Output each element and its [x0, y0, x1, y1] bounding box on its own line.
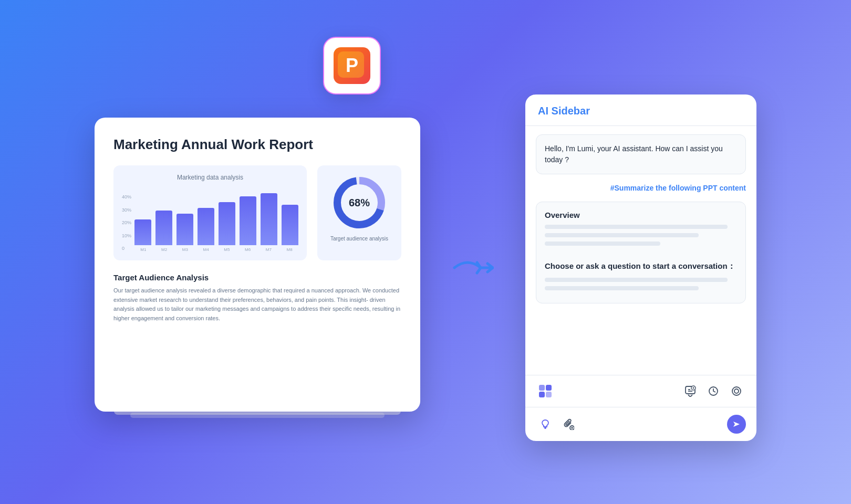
ppt-icon: P	[323, 37, 381, 94]
bar-m6	[240, 196, 256, 246]
bar-m1	[134, 219, 151, 246]
conversation-prompt: Choose or ask a question to start a conv…	[545, 260, 737, 272]
toolbar-icons-right	[681, 382, 746, 401]
bar-m2	[155, 211, 172, 245]
sidebar-title: AI Sidebar	[538, 105, 744, 117]
slide-title: Marketing Annual Work Report	[113, 136, 401, 153]
sidebar-toolbar	[525, 375, 756, 407]
slide-panel: Marketing Annual Work Report Marketing d…	[95, 118, 420, 412]
donut-container: 68% Target audience analysis	[317, 165, 401, 260]
app-icon-button[interactable]	[536, 382, 555, 401]
donut-value: 68%	[349, 197, 370, 209]
bar-labels: M1 M2 M3 M4 M5 M6 M7 M8	[134, 247, 298, 252]
bar-m3	[177, 214, 193, 246]
svg-rect-6	[546, 392, 552, 397]
y-labels: 40% 30% 20% 10% 0	[122, 194, 131, 252]
sidebar-content: Hello, I'm Lumi, your AI assistant. How …	[525, 126, 756, 375]
svg-rect-5	[539, 392, 545, 397]
ppt-letter-icon: P	[334, 47, 370, 84]
svg-rect-3	[539, 385, 545, 391]
suggestion-chip[interactable]: #Summarize the following PPT content	[536, 182, 746, 194]
history-button[interactable]	[704, 382, 723, 401]
ai-greeting-bubble: Hello, I'm Lumi, your AI assistant. How …	[536, 134, 746, 174]
charts-row: Marketing data analysis 40% 30% 20% 10% …	[113, 165, 401, 260]
skeleton-line-3	[545, 242, 660, 246]
send-button[interactable]	[727, 415, 746, 434]
svg-point-14	[732, 387, 741, 395]
sidebar-header: AI Sidebar	[525, 94, 756, 126]
input-icons-left	[536, 415, 578, 434]
bar-chart-container: Marketing data analysis 40% 30% 20% 10% …	[113, 165, 307, 260]
attach-button[interactable]	[559, 415, 578, 434]
lightbulb-button[interactable]	[536, 415, 555, 434]
svg-rect-4	[546, 385, 552, 391]
overview-card: Overview Choose or ask a question to sta…	[536, 202, 746, 303]
bar-m5	[219, 202, 235, 246]
donut-caption: Target audience analysis	[330, 236, 388, 242]
ppt-icon-wrapper: P	[323, 37, 381, 94]
bar-m7	[261, 193, 277, 245]
bar-m4	[198, 208, 214, 246]
bar-chart	[134, 187, 298, 245]
settings-button[interactable]	[727, 382, 746, 401]
main-container: P Marketing Annual Work Report Marketing…	[58, 63, 793, 441]
skeleton-line-4	[545, 278, 728, 282]
audience-text: Our target audience analysis revealed a …	[113, 286, 401, 323]
audience-title: Target Audience Analysis	[113, 273, 401, 282]
sidebar-input-area	[525, 407, 756, 441]
audience-section: Target Audience Analysis Our target audi…	[113, 273, 401, 323]
overview-title: Overview	[545, 211, 737, 219]
svg-point-15	[734, 389, 739, 393]
ai-sidebar: AI Sidebar Hello, I'm Lumi, your AI assi…	[525, 94, 756, 441]
bar-m8	[282, 205, 298, 245]
slide-shadow-2	[130, 413, 385, 418]
bar-chart-title: Marketing data analysis	[122, 174, 298, 181]
skeleton-line-1	[545, 225, 728, 229]
skeleton-line-2	[545, 233, 699, 237]
arrow-connector	[452, 252, 494, 284]
greeting-text: Hello, I'm Lumi, your AI assistant. How …	[545, 144, 723, 164]
skeleton-line-5	[545, 286, 699, 290]
new-chat-button[interactable]	[681, 382, 700, 401]
donut-chart: 68%	[330, 174, 388, 232]
